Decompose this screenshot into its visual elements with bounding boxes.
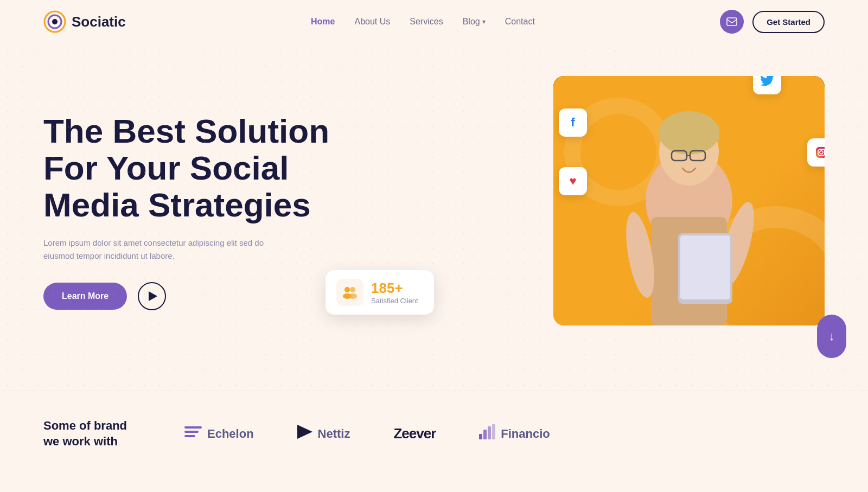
svg-rect-25: [184, 431, 199, 433]
play-icon: [149, 291, 157, 301]
brand-nettiz-label: Nettiz: [318, 427, 350, 441]
hero-actions: Learn More: [43, 282, 369, 310]
brand-echelon: Echelon: [184, 425, 254, 442]
svg-rect-28: [479, 434, 482, 439]
nav-blog[interactable]: Blog ▾: [463, 17, 486, 27]
svg-rect-7: [659, 125, 719, 141]
navbar: Sociatic Home About Us Services Blog ▾ C…: [0, 0, 868, 43]
nav-contact[interactable]: Contact: [505, 17, 535, 26]
twitter-float-icon: [753, 76, 781, 94]
svg-rect-29: [483, 430, 487, 439]
brands-list: Echelon Nettiz Zeever Financio: [184, 424, 825, 443]
satisfied-badge: 185+ Satisfied Client: [326, 270, 434, 315]
nav-about[interactable]: About Us: [354, 17, 390, 26]
logo-text: Sociatic: [72, 14, 126, 30]
brands-section: Some of brand we work with Echelon Netti…: [0, 391, 868, 482]
hero-visual: f ♥ 185+ Sati: [369, 65, 825, 358]
brand-financio: Financio: [479, 424, 550, 443]
mail-button[interactable]: [720, 10, 744, 34]
hero-content: The Best Solution For Your Social Media …: [43, 113, 369, 311]
instagram-float-icon: [807, 138, 825, 167]
scroll-down-button[interactable]: ↓: [817, 315, 846, 358]
financio-icon: [479, 424, 495, 443]
brands-heading: Some of brand we work with: [43, 418, 141, 449]
svg-rect-12: [680, 235, 730, 299]
brand-zeever-label: Zeever: [393, 425, 436, 442]
hero-image-frame: f ♥: [553, 76, 825, 325]
svg-point-23: [348, 293, 357, 299]
satisfied-number: 185+: [371, 280, 418, 297]
badge-people-icon: [336, 279, 363, 306]
play-button[interactable]: [138, 282, 166, 310]
svg-rect-31: [492, 424, 495, 439]
logo-icon: [43, 10, 66, 33]
nav-links: Home About Us Services Blog ▾ Contact: [311, 17, 535, 27]
hero-person: [597, 87, 781, 325]
like-float-icon: ♥: [559, 167, 587, 195]
nav-services[interactable]: Services: [410, 17, 443, 26]
svg-rect-26: [184, 435, 195, 437]
svg-point-21: [350, 287, 355, 292]
hero-description: Lorem ipsum dolor sit amet consectetur a…: [43, 237, 282, 263]
nav-actions: Get Started: [720, 10, 825, 34]
badge-info: 185+ Satisfied Client: [371, 280, 418, 305]
echelon-icon: [184, 425, 202, 442]
facebook-float-icon: f: [559, 108, 587, 137]
svg-rect-3: [727, 18, 737, 25]
mail-icon: [726, 17, 737, 26]
person-svg: [602, 92, 776, 325]
brand-financio-label: Financio: [501, 427, 550, 441]
svg-point-20: [344, 287, 350, 292]
svg-point-2: [52, 19, 58, 24]
hero-title: The Best Solution For Your Social Media …: [43, 113, 369, 224]
satisfied-label: Satisfied Client: [371, 297, 418, 305]
svg-rect-30: [488, 426, 491, 439]
nettiz-icon: [297, 425, 312, 443]
hero-section: The Best Solution For Your Social Media …: [0, 43, 868, 391]
svg-rect-24: [184, 426, 202, 429]
logo[interactable]: Sociatic: [43, 10, 126, 33]
brand-zeever: Zeever: [393, 425, 436, 442]
svg-marker-27: [297, 425, 312, 439]
get-started-button[interactable]: Get Started: [752, 11, 825, 33]
scroll-arrow-icon: ↓: [829, 329, 835, 343]
chevron-down-icon: ▾: [482, 18, 486, 25]
nav-home[interactable]: Home: [311, 17, 335, 26]
brand-echelon-label: Echelon: [207, 427, 254, 441]
learn-more-button[interactable]: Learn More: [43, 283, 127, 310]
brand-nettiz: Nettiz: [297, 425, 350, 443]
